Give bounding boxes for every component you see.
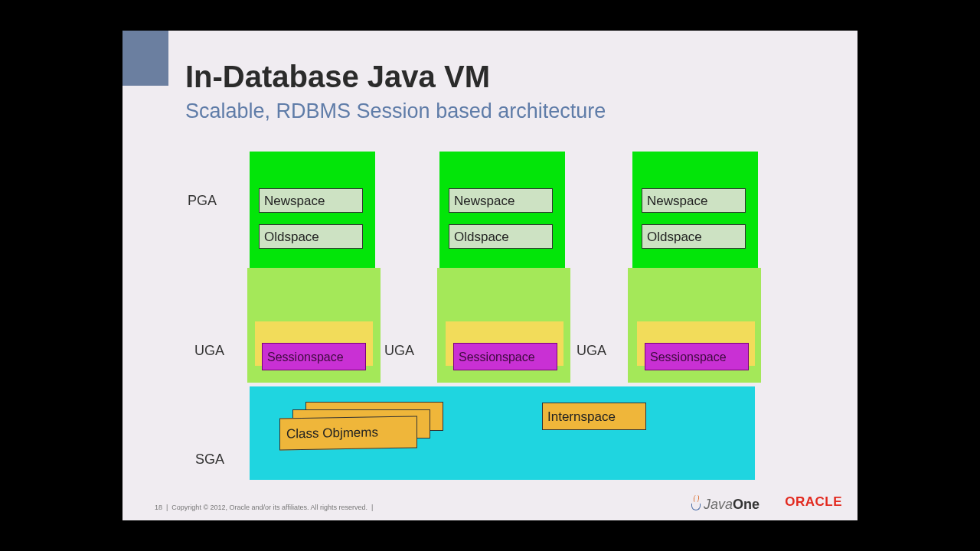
oracle-logo: ORACLE: [785, 494, 842, 510]
javaone-logo: JavaOne: [690, 495, 760, 513]
javaone-java-text: Java: [704, 497, 733, 512]
pga-block: Newspace Oldspace: [439, 152, 565, 268]
newspace-box: Newspace: [642, 188, 746, 213]
slide: In-Database Java VM Scalable, RDBMS Sess…: [122, 31, 858, 520]
class-objmems-box: Class Objmems: [279, 416, 417, 450]
class-objmems-stack: Class Objmems: [279, 402, 444, 452]
oldspace-box: Oldspace: [642, 224, 746, 249]
internspace-box: Internspace: [542, 403, 646, 430]
newspace-box: Newspace: [259, 188, 363, 213]
uga-label: UGA: [384, 343, 414, 359]
copyright-text: Copyright © 2012, Oracle and/or its affi…: [172, 504, 368, 511]
uga-label: UGA: [194, 343, 224, 359]
sessionspace-box: Sessionspace: [262, 343, 366, 370]
newspace-box: Newspace: [449, 188, 553, 213]
pga-block: Newspace Oldspace: [250, 152, 375, 268]
slide-title: In-Database Java VM: [185, 60, 490, 94]
java-cup-icon: [690, 495, 702, 510]
footer: 18 | Copyright © 2012, Oracle and/or its…: [155, 504, 373, 511]
page-number: 18: [155, 504, 162, 511]
javaone-one-text: One: [733, 497, 760, 512]
pga-label: PGA: [188, 193, 217, 209]
sessionspace-box: Sessionspace: [453, 343, 557, 370]
sessionspace-box: Sessionspace: [645, 343, 749, 370]
sga-label: SGA: [195, 452, 224, 468]
slide-subtitle: Scalable, RDBMS Session based architectu…: [185, 99, 606, 123]
oldspace-box: Oldspace: [259, 224, 363, 249]
oldspace-box: Oldspace: [449, 224, 553, 249]
uga-label: UGA: [577, 343, 606, 359]
architecture-diagram: PGA UGA UGA UGA SGA Newspace Oldspace Ne…: [168, 145, 812, 490]
corner-decor: [122, 31, 168, 86]
pga-block: Newspace Oldspace: [632, 152, 758, 268]
